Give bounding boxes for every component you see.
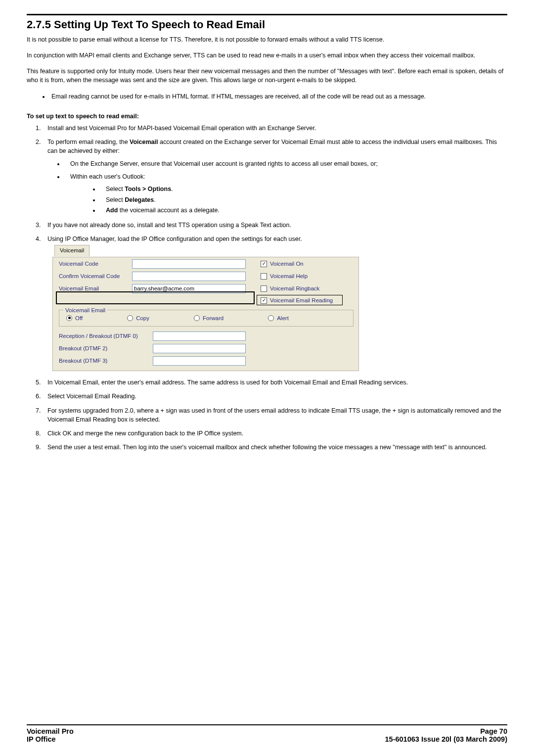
step-2-bold: Voicemail [130, 139, 158, 145]
highlight-voicemail-email [56, 291, 255, 304]
procedure-heading: To set up text to speech to read email: [27, 113, 507, 120]
footer-right-2: 15-601063 Issue 20l (03 March 2009) [385, 735, 507, 743]
label-voicemail-code: Voicemail Code [59, 260, 132, 268]
input-breakout-2[interactable] [153, 344, 246, 353]
step-2-sub-2a: Select Tools > Options. [100, 184, 507, 194]
intro-bullet-1: Email reading cannot be used for e-mails… [49, 92, 507, 101]
tab-voicemail[interactable]: Voicemail [54, 245, 89, 256]
label-breakout-2: Breakout (DTMF 2) [59, 344, 153, 353]
top-rule [27, 14, 507, 15]
label-reception: Reception / Breakout (DTMF 0) [59, 332, 153, 340]
radio-off[interactable] [66, 315, 72, 321]
section-title: 2.7.5 Setting Up Text To Speech to Read … [27, 18, 507, 31]
step-7: For systems upgraded from 2.0, where a +… [43, 406, 507, 424]
step-3: If you have not already done so, install… [43, 221, 507, 230]
label-breakout-3: Breakout (DTMF 3) [59, 357, 153, 365]
step-9: Send the user a test email. Then log int… [43, 443, 507, 452]
checkbox-voicemail-help[interactable] [261, 273, 267, 280]
label-voicemail-help: Voicemail Help [270, 272, 308, 281]
intro-para-2: In conjunction with MAPI email clients a… [27, 51, 507, 60]
step-2-sub-2-text: Within each user's Outlook: [70, 173, 145, 180]
footer-rule [27, 724, 507, 725]
step-2-sub-2: Within each user's Outlook: Select Tools… [64, 172, 507, 216]
input-reception[interactable] [153, 331, 246, 341]
label-voicemail-on: Voicemail On [270, 260, 304, 268]
step-2-sub-1: On the Exchange Server, ensure that Voic… [64, 159, 507, 168]
label-confirm-code: Confirm Voicemail Code [59, 272, 132, 281]
step-8: Click OK and merge the new configuration… [43, 429, 507, 438]
step-6: Select Voicemail Email Reading. [43, 392, 507, 401]
radio-forward-wrap[interactable]: Forward [194, 314, 223, 323]
radio-forward[interactable] [194, 315, 200, 321]
highlight-email-reading [257, 295, 343, 305]
input-breakout-3[interactable] [153, 356, 246, 366]
input-voicemail-code[interactable] [132, 259, 246, 269]
radio-off-wrap[interactable]: Off [66, 314, 83, 323]
group-voicemail-email: Voicemail Email Off Copy Forward Alert [59, 310, 354, 327]
label-voicemail-ringback: Voicemail Ringback [270, 284, 319, 293]
footer-right-1: Page 70 [480, 727, 507, 735]
step-1: Install and test Voicemail Pro for MAPI-… [43, 124, 507, 133]
radio-alert-wrap[interactable]: Alert [268, 314, 289, 323]
step-2: To perform email reading, the Voicemail … [43, 138, 507, 216]
step-4-text: Using IP Office Manager, load the IP Off… [47, 236, 302, 242]
voicemail-dialog-screenshot: Voicemail Voicemail Code ✓Voicemail On C… [52, 245, 507, 371]
step-2-sub-2c: Add the voicemail account as a delegate. [100, 205, 507, 216]
intro-para-3: This feature is supported only for Intui… [27, 67, 507, 85]
group-legend: Voicemail Email [63, 306, 107, 315]
radio-copy-wrap[interactable]: Copy [127, 314, 149, 323]
step-2-text-a: To perform email reading, the [47, 139, 130, 145]
checkbox-voicemail-ringback[interactable] [261, 285, 267, 292]
input-confirm-code[interactable] [132, 272, 246, 281]
footer-left-2: IP Office [27, 735, 56, 743]
step-5: In Voicemail Email, enter the user's ema… [43, 378, 507, 387]
radio-alert[interactable] [268, 315, 274, 321]
radio-copy[interactable] [127, 315, 133, 321]
step-4: Using IP Office Manager, load the IP Off… [43, 235, 507, 371]
step-2-sub-2b: Select Delegates. [100, 195, 507, 205]
page-footer: Voicemail Pro Page 70 IP Office 15-60106… [27, 724, 507, 743]
footer-left-1: Voicemail Pro [27, 727, 74, 735]
intro-para-1: It is not possible to parse email withou… [27, 35, 507, 44]
checkbox-voicemail-on[interactable]: ✓ [261, 261, 267, 267]
